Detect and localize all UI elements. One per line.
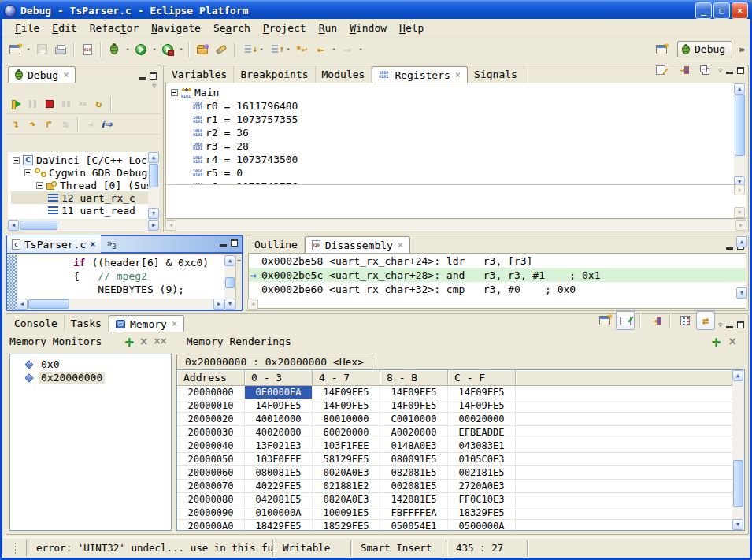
tab-modules[interactable]: Modules [316, 66, 372, 83]
step-over-button[interactable] [24, 116, 41, 132]
memory-cell[interactable]: 100091E5 [313, 506, 380, 519]
debug-tree-hscrollbar[interactable]: ◀ ▶ [8, 220, 159, 231]
tab-disassembly[interactable]: Disassembly× [305, 236, 410, 253]
debug-tree-vscrollbar[interactable]: ▲ ▼ [148, 152, 159, 219]
menu-run[interactable]: Run [313, 20, 343, 35]
save-button[interactable] [32, 40, 51, 59]
register-row[interactable]: 1010 0101r0 = 1611796480 [171, 99, 734, 113]
collapse-icon[interactable] [36, 182, 43, 189]
suspend-button[interactable] [24, 95, 41, 112]
column-header[interactable]: C - F [448, 370, 516, 386]
instruction-stepping-button[interactable] [98, 116, 115, 132]
new-wizard-button[interactable] [6, 40, 24, 59]
print-button[interactable] [51, 40, 70, 59]
memory-cell[interactable]: 40020000 [245, 426, 313, 439]
next-annotation-button[interactable] [239, 40, 257, 59]
editor-vscrollbar[interactable]: ▲ ▼ [224, 255, 235, 310]
relaunch-button[interactable] [91, 95, 107, 112]
show-type-names-button[interactable] [651, 61, 670, 80]
add-register-group-button[interactable] [673, 61, 692, 80]
memory-cell[interactable]: 14F09FE5 [448, 386, 516, 399]
perspective-overflow-chevron[interactable]: » [739, 43, 745, 55]
memory-cell[interactable]: 043083E1 [448, 439, 516, 452]
code-line[interactable]: { // mpeg2 [17, 270, 224, 284]
scroll-down-icon[interactable]: ▼ [736, 287, 747, 299]
scroll-up-icon[interactable]: ▲ [736, 236, 747, 247]
memory-cell[interactable]: 00020000 [448, 413, 516, 425]
column-header[interactable]: 0 - 3 [245, 370, 313, 386]
prev-annotation-dropdown-icon[interactable]: ▾ [284, 46, 292, 53]
registers-minimize-icon[interactable] [726, 67, 733, 74]
memory-cell[interactable]: 0020A0E3 [313, 466, 380, 479]
tab-close-icon[interactable]: × [172, 318, 177, 329]
debug-tree-item[interactable]: Thread [0] (Susp [11, 179, 148, 191]
memory-cell[interactable]: 050054E1 [380, 520, 448, 530]
tab-memory[interactable]: Memory× [109, 315, 184, 332]
terminate-button[interactable] [41, 95, 57, 112]
memory-cell[interactable]: 200000A0 [177, 520, 245, 530]
memory-cell[interactable]: 40229FE5 [245, 480, 313, 492]
last-edit-location-button[interactable] [292, 40, 311, 59]
debug-dropdown-icon[interactable]: ▾ [124, 46, 132, 53]
registers-menu-icon[interactable]: ▽ [718, 67, 722, 74]
title-bar[interactable]: Debug - TsParser.c - Eclipse Platform _ … [0, 0, 752, 21]
memory-cell[interactable]: 103F0FEE [245, 453, 313, 465]
remove-monitor-icon[interactable] [139, 334, 149, 349]
debug-view-menu-icon[interactable]: ▽ [152, 83, 156, 94]
scroll-right-icon[interactable]: ▶ [213, 299, 224, 310]
rendering-tab[interactable]: 0x20000000 : 0x20000000 <Hex> [176, 354, 372, 369]
register-row[interactable]: 1010 0101r3 = 28 [171, 139, 734, 153]
collapse-icon[interactable] [171, 89, 178, 96]
forward-dropdown-icon[interactable]: ▾ [357, 46, 365, 53]
editor-minimize-icon[interactable] [220, 239, 227, 247]
memory-cell[interactable]: 20000020 [177, 413, 245, 425]
scroll-up-icon[interactable]: ▲ [734, 83, 745, 95]
register-group-row[interactable]: Main [171, 86, 734, 99]
open-perspective-button[interactable] [652, 40, 671, 59]
memory-cell[interactable]: 142081E5 [380, 493, 448, 506]
code-line[interactable]: if ((header[6] & 0xc0) [17, 257, 224, 270]
memory-cell[interactable]: 0820A0E3 [313, 493, 380, 506]
disassembly-vscrollbar[interactable]: ▲ ▼ [736, 236, 747, 299]
memory-cell[interactable]: 58129FE5 [313, 453, 380, 465]
debug-tree-item[interactable]: Cygwin GDB Debugger [11, 166, 148, 179]
registers-vscrollbar[interactable]: ▲ ▼ [734, 83, 746, 187]
debug-view-maximize-icon[interactable] [150, 72, 157, 80]
add-monitor-icon[interactable] [124, 334, 134, 349]
memory-cell[interactable]: 0100000A [245, 506, 313, 519]
maximize-button[interactable]: □ [713, 2, 730, 19]
menu-refactor[interactable]: Refactor [83, 20, 146, 35]
memory-cell[interactable]: 20000000 [177, 386, 245, 399]
menu-file[interactable]: File [9, 20, 46, 35]
collapse-all-button[interactable] [695, 61, 714, 80]
memory-minimize-icon[interactable] [726, 321, 733, 328]
code-line[interactable]: NEEDBYTES (9); [17, 284, 224, 297]
register-row[interactable]: 1010 0101r4 = 1073743500 [171, 153, 734, 166]
memory-maximize-icon[interactable] [737, 321, 744, 328]
memory-cell[interactable]: 20000060 [177, 466, 245, 479]
minimize-button[interactable]: _ [695, 2, 712, 19]
editor-maximize-icon[interactable] [231, 239, 238, 247]
tab-variables[interactable]: Variables [165, 66, 234, 83]
disassembly-line[interactable]: →0x0002be5c <uart_rx_char+28>: and r3, r… [249, 268, 746, 282]
registers-detail-pane[interactable] [166, 184, 734, 218]
memory-cell[interactable]: 0148A0E3 [380, 439, 448, 452]
memory-cell[interactable]: 20000010 [177, 399, 245, 412]
memory-cell[interactable]: 042081E5 [245, 493, 313, 506]
tab-debug-close-icon[interactable]: × [63, 69, 69, 80]
memory-cell[interactable]: 082081E5 [380, 466, 448, 479]
search-torch-button[interactable] [212, 40, 231, 59]
tab-debug-view[interactable]: Debug × [8, 66, 76, 83]
disassembly-minimize-icon[interactable] [726, 243, 733, 250]
memory-cell[interactable]: 20000080 [177, 493, 245, 506]
scroll-left-icon[interactable]: ◀ [17, 299, 28, 310]
tab-signals[interactable]: Signals [468, 66, 524, 83]
memory-cell[interactable]: FBFFFFEA [380, 506, 448, 519]
external-tools-button[interactable] [158, 40, 177, 59]
memory-cell[interactable]: 18529FE5 [313, 520, 380, 530]
memory-cell[interactable]: 0500000A [448, 520, 516, 530]
scroll-down-icon[interactable]: ▼ [148, 208, 159, 219]
menu-search[interactable]: Search [207, 20, 257, 35]
collapse-icon[interactable] [13, 157, 20, 164]
debug-perspective-button[interactable]: Debug [677, 41, 732, 57]
